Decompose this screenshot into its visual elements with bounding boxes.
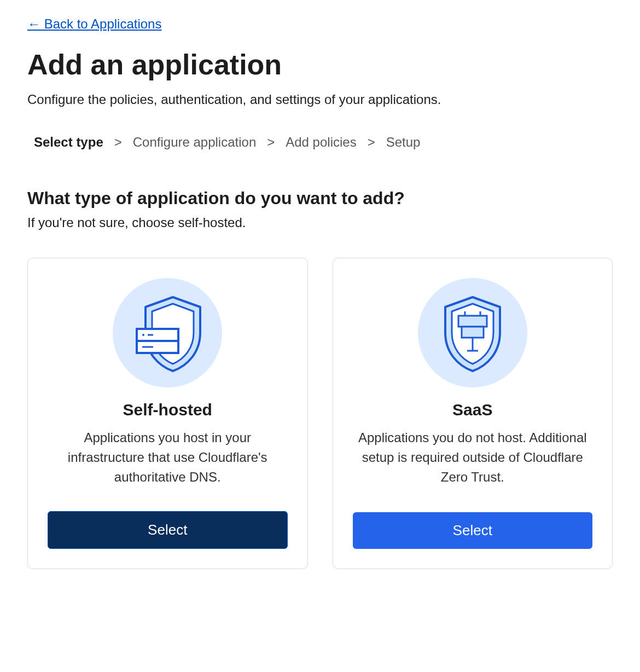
card-self-hosted: Self-hosted Applications you host in you…	[27, 258, 308, 569]
breadcrumb-step-add-policies: Add policies	[286, 135, 356, 150]
breadcrumb-step-select-type: Select type	[34, 135, 103, 150]
card-saas: SaaS Applications you do not host. Addit…	[333, 258, 613, 569]
card-description: Applications you do not host. Additional…	[353, 428, 593, 488]
back-to-applications-link[interactable]: ← Back to Applications	[27, 16, 161, 32]
wizard-breadcrumb: Select type > Configure application > Ad…	[27, 135, 613, 150]
section-title: What type of application do you want to …	[27, 188, 613, 208]
breadcrumb-step-setup: Setup	[386, 135, 421, 150]
svg-rect-5	[458, 316, 487, 327]
page-subtitle: Configure the policies, authentication, …	[27, 92, 613, 107]
svg-rect-6	[462, 327, 484, 338]
application-type-cards: Self-hosted Applications you host in you…	[27, 258, 613, 569]
card-title: SaaS	[452, 401, 492, 419]
breadcrumb-separator: >	[267, 135, 275, 150]
shield-wall-icon	[418, 278, 527, 387]
card-description: Applications you host in your infrastruc…	[48, 428, 288, 487]
page-title: Add an application	[27, 48, 613, 81]
section-subtitle: If you're not sure, choose self-hosted.	[27, 215, 613, 230]
breadcrumb-separator: >	[368, 135, 375, 150]
svg-point-2	[142, 334, 144, 336]
shield-server-icon	[113, 278, 222, 387]
select-saas-button[interactable]: Select	[353, 512, 593, 549]
select-self-hosted-button[interactable]: Select	[48, 511, 288, 549]
card-title: Self-hosted	[123, 401, 212, 419]
breadcrumb-step-configure-application: Configure application	[133, 135, 256, 150]
breadcrumb-separator: >	[114, 135, 122, 150]
